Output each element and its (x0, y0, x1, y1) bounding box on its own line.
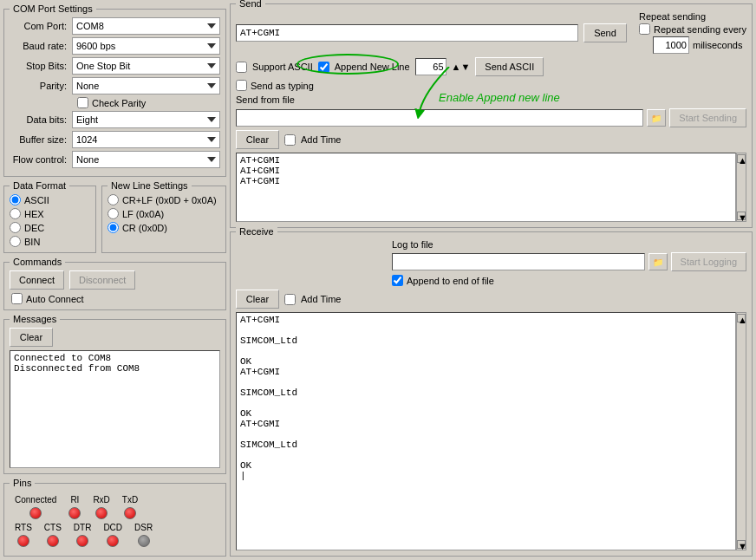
repeat-sending-label: Repeat sending (639, 11, 746, 22)
receive-log-area[interactable]: AT+CGMI SIMCOM_Ltd OK AT+CGMI SIMCOM_Ltd… (236, 312, 736, 550)
pins-fieldset: Pins Connected RI RxD TxD (3, 478, 226, 557)
pin-dsr: DSR (134, 523, 153, 547)
pin-cts: CTS (44, 523, 62, 547)
annotation-text: Enable Append new line (439, 91, 560, 104)
receive-add-time-label: Add Time (301, 294, 341, 304)
com-port-settings: COM Port Settings Com Port: COM8 Baud ra… (3, 3, 226, 177)
log-file-browse-button[interactable]: 📁 (648, 253, 668, 270)
receive-legend: Receive (236, 226, 277, 237)
buffer-size-label: Buffer size: (10, 134, 72, 145)
com-port-label: Com Port: (10, 21, 72, 31)
stop-bits-label: Stop Bits: (10, 61, 72, 71)
stop-bits-select[interactable]: One Stop Bit (72, 57, 220, 75)
connect-button[interactable]: Connect (10, 270, 64, 290)
crlf-radio[interactable] (108, 194, 119, 205)
repeat-every-checkbox[interactable] (639, 23, 650, 35)
check-parity-label: Check Parity (92, 98, 146, 108)
send-add-time-label: Add Time (301, 134, 341, 145)
send-log-line-1: AT+CGMI (240, 155, 732, 166)
send-clear-button[interactable]: Clear (236, 130, 279, 149)
pin-ri-light (68, 507, 81, 519)
char-count-input[interactable]: 65 (415, 58, 446, 75)
start-logging-button[interactable]: Start Logging (671, 252, 746, 271)
send-scroll-down[interactable]: ▼ (737, 212, 746, 220)
pin-dtr-light (76, 535, 88, 547)
send-as-typing-label: Send as typing (251, 81, 314, 91)
send-legend: Send (236, 0, 265, 9)
send-panel: Send AT+CGMI Send Repeat sending Repeat … (230, 3, 753, 228)
send-file-input[interactable] (236, 109, 643, 127)
send-as-typing-checkbox[interactable] (236, 80, 247, 91)
append-new-line-checkbox[interactable] (318, 62, 329, 73)
bin-label: BIN (24, 237, 40, 247)
command-input[interactable]: AT+CGMI (236, 24, 578, 42)
data-bits-select[interactable]: Eight (72, 111, 220, 128)
send-log-line-2: AI+CGMI (240, 166, 732, 176)
recv-scroll-up[interactable]: ▲ (737, 314, 746, 322)
hex-label: HEX (24, 209, 44, 219)
receive-clear-button[interactable]: Clear (236, 290, 279, 309)
support-ascii-checkbox[interactable] (236, 62, 247, 73)
messages-area: Connected to COM8 Disconnected from COM8 (10, 350, 220, 468)
new-line-settings-fieldset: New Line Settings CR+LF (0x0D + 0x0A) LF… (101, 180, 226, 253)
data-bits-label: Data bits: (10, 114, 72, 125)
support-ascii-label: Support ASCII (252, 62, 313, 72)
auto-connect-label: Auto Connect (26, 294, 84, 304)
pin-connected-light (29, 507, 42, 519)
com-port-select[interactable]: COM8 (72, 17, 220, 35)
append-new-line-label: Append New Line (335, 62, 410, 72)
messages-legend: Messages (10, 314, 60, 324)
baud-rate-select[interactable]: 9600 bps (72, 37, 220, 55)
disconnect-button[interactable]: Disconnect (69, 270, 135, 290)
flow-control-select[interactable]: None (72, 151, 220, 168)
recv-line-6: AT+CGMI (240, 367, 732, 377)
recv-line-7 (240, 377, 732, 387)
send-scroll-up[interactable]: ▲ (737, 154, 746, 163)
send-ascii-button[interactable]: Send ASCII (475, 57, 544, 76)
receive-add-time-checkbox[interactable] (284, 294, 296, 305)
cr-radio[interactable] (108, 222, 119, 233)
commands-legend: Commands (10, 257, 65, 267)
recv-line-14 (240, 450, 732, 460)
log-file-input[interactable] (392, 253, 645, 270)
milliseconds-label: miliseconds (693, 40, 742, 50)
pins-legend: Pins (10, 478, 35, 488)
cr-label: CR (0x0D) (122, 223, 167, 233)
recv-line-4 (240, 346, 732, 356)
flow-control-label: Flow control: (10, 154, 72, 165)
start-sending-button[interactable]: Start Sending (669, 108, 746, 127)
auto-connect-checkbox[interactable] (11, 293, 23, 304)
recv-line-11: AT+CGMI (240, 419, 732, 429)
repeat-interval-input[interactable]: 1000 (653, 36, 689, 54)
browse-icon: 📁 (651, 114, 662, 123)
buffer-size-select[interactable]: 1024 (72, 131, 220, 148)
send-add-time-checkbox[interactable] (284, 134, 296, 146)
lf-label: LF (0x0A) (122, 209, 164, 219)
pin-dcd: DCD (103, 523, 122, 547)
com-port-settings-legend: COM Port Settings (10, 3, 96, 14)
send-file-browse-button[interactable]: 📁 (647, 109, 666, 127)
messages-clear-button[interactable]: Clear (10, 328, 53, 347)
dec-radio[interactable] (10, 222, 21, 233)
ascii-radio[interactable] (10, 194, 21, 205)
lf-radio[interactable] (108, 208, 119, 219)
pin-dtr: DTR (74, 523, 92, 547)
check-parity-checkbox[interactable] (77, 97, 88, 108)
send-button[interactable]: Send (583, 23, 627, 42)
new-line-settings-legend: New Line Settings (108, 180, 192, 191)
send-log-area[interactable]: AT+CGMI AI+CGMI AT+CGMI (236, 153, 736, 222)
pin-txd: TxD (122, 495, 138, 519)
hex-radio[interactable] (10, 208, 21, 219)
recv-line-3: SIMCOM_Ltd (240, 335, 732, 346)
ascii-label: ASCII (24, 195, 49, 205)
messages-fieldset: Messages Clear Connected to COM8 Disconn… (3, 314, 226, 474)
receive-panel: Receive Log to file 📁 Start Logging Appe… (230, 231, 753, 557)
pins-row-2: RTS CTS DTR DCD DSR (10, 523, 220, 550)
log-browse-icon: 📁 (653, 257, 663, 267)
bin-radio[interactable] (10, 236, 21, 247)
recv-scroll-down[interactable]: ▼ (737, 540, 746, 549)
recv-line-13: SIMCOM_Ltd (240, 440, 732, 450)
parity-select[interactable]: None (72, 77, 220, 94)
pin-ri: RI (68, 495, 81, 519)
append-to-end-checkbox[interactable] (392, 275, 403, 286)
